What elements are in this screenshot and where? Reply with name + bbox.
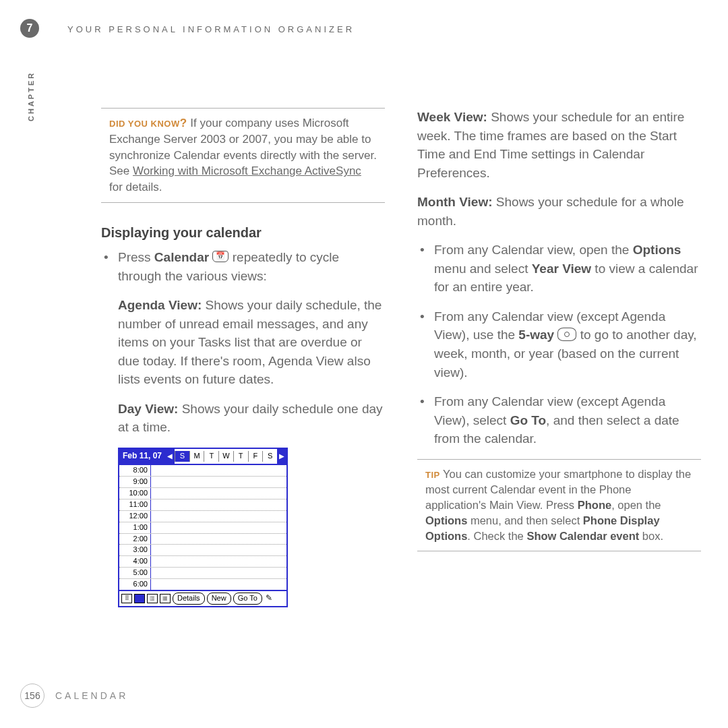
footer-section: CALENDAR bbox=[55, 690, 128, 701]
page-number: 156 bbox=[20, 684, 44, 708]
view-icon-agenda: ≣ bbox=[121, 594, 132, 603]
five-way-icon bbox=[557, 328, 576, 341]
time-label: 2:00 bbox=[119, 534, 151, 545]
day-header-6: S bbox=[262, 451, 277, 462]
view-icon-day bbox=[134, 594, 145, 603]
bullet-5way: From any Calendar view (except Agenda Vi… bbox=[417, 307, 701, 382]
month-view-para: Month View: Shows your schedule for a wh… bbox=[417, 193, 701, 230]
tip-callout: TIP You can customize your smartphone to… bbox=[417, 459, 701, 551]
activesync-link[interactable]: Working with Microsoft Exchange ActiveSy… bbox=[133, 164, 361, 177]
time-row: 11:00 bbox=[119, 499, 286, 511]
next-arrow-icon: ▶ bbox=[277, 449, 286, 464]
note-icon: ✎ bbox=[266, 593, 272, 604]
time-row: 1:00 bbox=[119, 522, 286, 534]
time-label: 8:00 bbox=[119, 465, 151, 476]
calendar-key-icon: 📅 bbox=[212, 251, 229, 262]
day-header-5: F bbox=[248, 451, 263, 462]
time-row: 10:00 bbox=[119, 488, 286, 499]
time-label: 12:00 bbox=[119, 511, 151, 522]
did-you-know-callout: DID YOU KNOW? If your company uses Micro… bbox=[101, 108, 385, 203]
time-row: 5:00 bbox=[119, 568, 286, 579]
chapter-number-badge: 7 bbox=[20, 19, 39, 38]
section-title: Displaying your calendar bbox=[101, 223, 385, 243]
time-row: 8:00 bbox=[119, 465, 286, 477]
time-label: 6:00 bbox=[119, 579, 151, 590]
week-view-para: Week View: Shows your schedule for an en… bbox=[417, 108, 701, 182]
bullet-press-calendar: Press Calendar 📅 repeatedly to cycle thr… bbox=[101, 248, 385, 285]
right-column: Week View: Shows your schedule for an en… bbox=[417, 108, 701, 618]
left-column: DID YOU KNOW? If your company uses Micro… bbox=[101, 108, 385, 618]
time-label: 1:00 bbox=[119, 522, 151, 533]
time-label: 10:00 bbox=[119, 488, 151, 499]
day-header-0: S bbox=[175, 451, 189, 462]
time-row: 12:00 bbox=[119, 511, 286, 522]
shot-btn-details: Details bbox=[173, 593, 205, 605]
chapter-label: CHAPTER bbox=[27, 71, 35, 121]
prev-arrow-icon: ◀ bbox=[165, 449, 175, 464]
shot-btn-goto: Go To bbox=[233, 593, 262, 605]
view-icon-week: ▥ bbox=[147, 594, 158, 603]
page-footer: 156 CALENDAR bbox=[20, 684, 128, 708]
day-header-4: T bbox=[233, 451, 248, 462]
day-header-1: M bbox=[189, 451, 204, 462]
calendar-screenshot: Feb 11, 07 ◀ SMTWTFS ▶ 8:009:0010:0011:0… bbox=[118, 448, 288, 607]
dyk-text-b: for details. bbox=[109, 181, 162, 193]
time-row: 4:00 bbox=[119, 556, 286, 568]
day-header-2: T bbox=[204, 451, 218, 462]
time-row: 2:00 bbox=[119, 534, 286, 545]
did-you-know-label: DID YOU KNOW bbox=[109, 119, 180, 129]
question-mark: ? bbox=[180, 117, 187, 129]
time-row: 6:00 bbox=[119, 579, 286, 590]
shot-btn-new: New bbox=[207, 593, 231, 605]
day-view-para: Day View: Shows your daily schedule one … bbox=[118, 400, 385, 437]
running-head: YOUR PERSONAL INFORMATION ORGANIZER bbox=[67, 24, 355, 34]
agenda-view-para: Agenda View: Shows your daily schedule, … bbox=[118, 296, 385, 389]
view-icon-month: ▦ bbox=[160, 594, 171, 603]
time-label: 9:00 bbox=[119, 477, 151, 487]
time-label: 11:00 bbox=[119, 499, 151, 510]
time-row: 3:00 bbox=[119, 545, 286, 556]
day-header-3: W bbox=[218, 451, 233, 462]
time-label: 5:00 bbox=[119, 568, 151, 578]
time-row: 9:00 bbox=[119, 477, 286, 488]
time-label: 3:00 bbox=[119, 545, 151, 555]
time-label: 4:00 bbox=[119, 556, 151, 567]
tip-label: TIP bbox=[425, 470, 440, 480]
bullet-year-view: From any Calendar view, open the Options… bbox=[417, 241, 701, 297]
shot-date: Feb 11, 07 bbox=[119, 449, 165, 464]
bullet-goto: From any Calendar view (except Agenda Vi… bbox=[417, 392, 701, 448]
